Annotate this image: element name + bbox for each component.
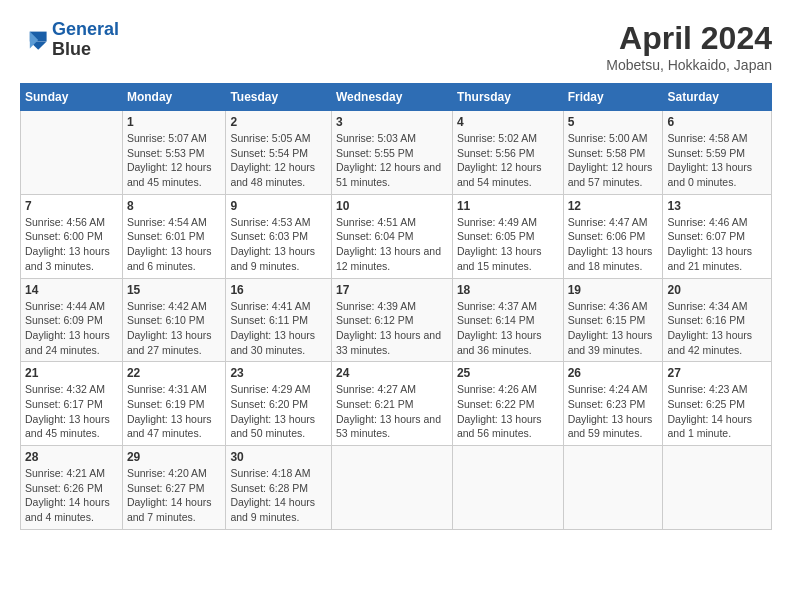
calendar-week-row: 14Sunrise: 4:44 AM Sunset: 6:09 PM Dayli… bbox=[21, 278, 772, 362]
weekday-header: Tuesday bbox=[226, 84, 332, 111]
weekday-header: Sunday bbox=[21, 84, 123, 111]
calendar-week-row: 7Sunrise: 4:56 AM Sunset: 6:00 PM Daylig… bbox=[21, 194, 772, 278]
day-number: 17 bbox=[336, 283, 448, 297]
day-info: Sunrise: 4:56 AM Sunset: 6:00 PM Dayligh… bbox=[25, 215, 118, 274]
day-info: Sunrise: 4:20 AM Sunset: 6:27 PM Dayligh… bbox=[127, 466, 222, 525]
day-number: 26 bbox=[568, 366, 659, 380]
calendar-cell: 1Sunrise: 5:07 AM Sunset: 5:53 PM Daylig… bbox=[122, 111, 226, 195]
day-info: Sunrise: 4:44 AM Sunset: 6:09 PM Dayligh… bbox=[25, 299, 118, 358]
day-info: Sunrise: 4:36 AM Sunset: 6:15 PM Dayligh… bbox=[568, 299, 659, 358]
day-number: 15 bbox=[127, 283, 222, 297]
day-number: 16 bbox=[230, 283, 327, 297]
weekday-header: Thursday bbox=[452, 84, 563, 111]
day-info: Sunrise: 4:24 AM Sunset: 6:23 PM Dayligh… bbox=[568, 382, 659, 441]
day-info: Sunrise: 4:37 AM Sunset: 6:14 PM Dayligh… bbox=[457, 299, 559, 358]
day-number: 28 bbox=[25, 450, 118, 464]
calendar-cell: 23Sunrise: 4:29 AM Sunset: 6:20 PM Dayli… bbox=[226, 362, 332, 446]
day-number: 6 bbox=[667, 115, 767, 129]
title-block: April 2024 Mobetsu, Hokkaido, Japan bbox=[606, 20, 772, 73]
day-info: Sunrise: 4:58 AM Sunset: 5:59 PM Dayligh… bbox=[667, 131, 767, 190]
day-info: Sunrise: 4:23 AM Sunset: 6:25 PM Dayligh… bbox=[667, 382, 767, 441]
calendar-cell: 9Sunrise: 4:53 AM Sunset: 6:03 PM Daylig… bbox=[226, 194, 332, 278]
calendar-cell bbox=[452, 446, 563, 530]
day-info: Sunrise: 4:41 AM Sunset: 6:11 PM Dayligh… bbox=[230, 299, 327, 358]
day-info: Sunrise: 4:21 AM Sunset: 6:26 PM Dayligh… bbox=[25, 466, 118, 525]
day-number: 4 bbox=[457, 115, 559, 129]
day-info: Sunrise: 5:07 AM Sunset: 5:53 PM Dayligh… bbox=[127, 131, 222, 190]
day-number: 27 bbox=[667, 366, 767, 380]
day-info: Sunrise: 4:27 AM Sunset: 6:21 PM Dayligh… bbox=[336, 382, 448, 441]
calendar-cell: 27Sunrise: 4:23 AM Sunset: 6:25 PM Dayli… bbox=[663, 362, 772, 446]
day-info: Sunrise: 4:42 AM Sunset: 6:10 PM Dayligh… bbox=[127, 299, 222, 358]
day-number: 19 bbox=[568, 283, 659, 297]
day-number: 30 bbox=[230, 450, 327, 464]
calendar-week-row: 1Sunrise: 5:07 AM Sunset: 5:53 PM Daylig… bbox=[21, 111, 772, 195]
day-info: Sunrise: 5:00 AM Sunset: 5:58 PM Dayligh… bbox=[568, 131, 659, 190]
day-number: 7 bbox=[25, 199, 118, 213]
day-number: 12 bbox=[568, 199, 659, 213]
day-info: Sunrise: 4:29 AM Sunset: 6:20 PM Dayligh… bbox=[230, 382, 327, 441]
calendar-cell bbox=[663, 446, 772, 530]
calendar-week-row: 21Sunrise: 4:32 AM Sunset: 6:17 PM Dayli… bbox=[21, 362, 772, 446]
calendar-cell: 16Sunrise: 4:41 AM Sunset: 6:11 PM Dayli… bbox=[226, 278, 332, 362]
calendar-cell: 29Sunrise: 4:20 AM Sunset: 6:27 PM Dayli… bbox=[122, 446, 226, 530]
calendar-cell: 18Sunrise: 4:37 AM Sunset: 6:14 PM Dayli… bbox=[452, 278, 563, 362]
day-info: Sunrise: 4:51 AM Sunset: 6:04 PM Dayligh… bbox=[336, 215, 448, 274]
calendar-cell: 6Sunrise: 4:58 AM Sunset: 5:59 PM Daylig… bbox=[663, 111, 772, 195]
calendar-cell: 11Sunrise: 4:49 AM Sunset: 6:05 PM Dayli… bbox=[452, 194, 563, 278]
logo: General Blue bbox=[20, 20, 119, 60]
day-info: Sunrise: 4:54 AM Sunset: 6:01 PM Dayligh… bbox=[127, 215, 222, 274]
calendar-cell: 5Sunrise: 5:00 AM Sunset: 5:58 PM Daylig… bbox=[563, 111, 663, 195]
calendar-cell bbox=[21, 111, 123, 195]
calendar-cell: 30Sunrise: 4:18 AM Sunset: 6:28 PM Dayli… bbox=[226, 446, 332, 530]
day-info: Sunrise: 4:46 AM Sunset: 6:07 PM Dayligh… bbox=[667, 215, 767, 274]
calendar-cell: 20Sunrise: 4:34 AM Sunset: 6:16 PM Dayli… bbox=[663, 278, 772, 362]
page-header: General Blue April 2024 Mobetsu, Hokkaid… bbox=[20, 20, 772, 73]
calendar-header-row: SundayMondayTuesdayWednesdayThursdayFrid… bbox=[21, 84, 772, 111]
calendar-cell: 21Sunrise: 4:32 AM Sunset: 6:17 PM Dayli… bbox=[21, 362, 123, 446]
calendar-cell: 15Sunrise: 4:42 AM Sunset: 6:10 PM Dayli… bbox=[122, 278, 226, 362]
day-info: Sunrise: 4:49 AM Sunset: 6:05 PM Dayligh… bbox=[457, 215, 559, 274]
day-number: 14 bbox=[25, 283, 118, 297]
main-title: April 2024 bbox=[606, 20, 772, 57]
calendar-table: SundayMondayTuesdayWednesdayThursdayFrid… bbox=[20, 83, 772, 530]
calendar-cell: 4Sunrise: 5:02 AM Sunset: 5:56 PM Daylig… bbox=[452, 111, 563, 195]
calendar-cell: 2Sunrise: 5:05 AM Sunset: 5:54 PM Daylig… bbox=[226, 111, 332, 195]
weekday-header: Monday bbox=[122, 84, 226, 111]
calendar-cell: 19Sunrise: 4:36 AM Sunset: 6:15 PM Dayli… bbox=[563, 278, 663, 362]
logo-icon bbox=[20, 26, 48, 54]
day-number: 13 bbox=[667, 199, 767, 213]
day-number: 2 bbox=[230, 115, 327, 129]
calendar-cell: 8Sunrise: 4:54 AM Sunset: 6:01 PM Daylig… bbox=[122, 194, 226, 278]
day-number: 20 bbox=[667, 283, 767, 297]
day-info: Sunrise: 4:53 AM Sunset: 6:03 PM Dayligh… bbox=[230, 215, 327, 274]
day-info: Sunrise: 4:39 AM Sunset: 6:12 PM Dayligh… bbox=[336, 299, 448, 358]
calendar-cell: 13Sunrise: 4:46 AM Sunset: 6:07 PM Dayli… bbox=[663, 194, 772, 278]
day-number: 22 bbox=[127, 366, 222, 380]
day-number: 1 bbox=[127, 115, 222, 129]
day-number: 25 bbox=[457, 366, 559, 380]
day-number: 9 bbox=[230, 199, 327, 213]
calendar-cell: 3Sunrise: 5:03 AM Sunset: 5:55 PM Daylig… bbox=[331, 111, 452, 195]
calendar-cell: 14Sunrise: 4:44 AM Sunset: 6:09 PM Dayli… bbox=[21, 278, 123, 362]
day-number: 8 bbox=[127, 199, 222, 213]
calendar-week-row: 28Sunrise: 4:21 AM Sunset: 6:26 PM Dayli… bbox=[21, 446, 772, 530]
calendar-cell: 26Sunrise: 4:24 AM Sunset: 6:23 PM Dayli… bbox=[563, 362, 663, 446]
day-info: Sunrise: 5:03 AM Sunset: 5:55 PM Dayligh… bbox=[336, 131, 448, 190]
day-info: Sunrise: 5:02 AM Sunset: 5:56 PM Dayligh… bbox=[457, 131, 559, 190]
day-number: 3 bbox=[336, 115, 448, 129]
logo-line2: Blue bbox=[52, 40, 119, 60]
calendar-cell: 25Sunrise: 4:26 AM Sunset: 6:22 PM Dayli… bbox=[452, 362, 563, 446]
logo-text: General Blue bbox=[52, 20, 119, 60]
day-info: Sunrise: 4:32 AM Sunset: 6:17 PM Dayligh… bbox=[25, 382, 118, 441]
day-info: Sunrise: 4:34 AM Sunset: 6:16 PM Dayligh… bbox=[667, 299, 767, 358]
day-number: 21 bbox=[25, 366, 118, 380]
calendar-cell: 10Sunrise: 4:51 AM Sunset: 6:04 PM Dayli… bbox=[331, 194, 452, 278]
calendar-cell: 17Sunrise: 4:39 AM Sunset: 6:12 PM Dayli… bbox=[331, 278, 452, 362]
calendar-cell: 12Sunrise: 4:47 AM Sunset: 6:06 PM Dayli… bbox=[563, 194, 663, 278]
logo-line1: General bbox=[52, 19, 119, 39]
calendar-cell: 7Sunrise: 4:56 AM Sunset: 6:00 PM Daylig… bbox=[21, 194, 123, 278]
day-number: 11 bbox=[457, 199, 559, 213]
day-number: 10 bbox=[336, 199, 448, 213]
weekday-header: Friday bbox=[563, 84, 663, 111]
